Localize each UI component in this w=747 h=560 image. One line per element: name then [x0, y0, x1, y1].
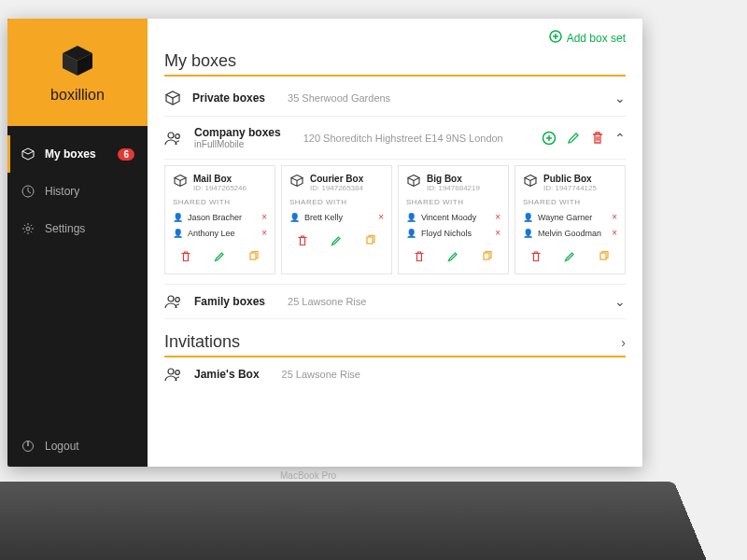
svg-point-21: [176, 298, 180, 302]
nav-label: Settings: [45, 222, 85, 235]
remove-icon[interactable]: ×: [378, 212, 384, 222]
row-sub: inFullMobile: [194, 139, 281, 149]
people-icon: [164, 294, 183, 309]
remove-icon[interactable]: ×: [612, 212, 617, 222]
chevron-down-icon[interactable]: ⌄: [614, 91, 626, 105]
private-boxes-row[interactable]: Private boxes 35 Sherwood Gardens ⌄: [164, 80, 626, 117]
cube-icon: [289, 174, 304, 192]
add-box-set-label: Add box set: [567, 32, 626, 45]
laptop-label: MacBook Pro: [280, 470, 336, 481]
person-icon: 👤: [173, 229, 183, 238]
svg-marker-14: [291, 175, 303, 181]
nav-label: My boxes: [45, 147, 96, 161]
svg-marker-12: [175, 175, 186, 181]
copy-icon[interactable]: [245, 247, 263, 266]
logout-label: Logout: [45, 440, 79, 453]
card-id: ID: 1947265246: [193, 184, 247, 192]
remove-icon[interactable]: ×: [261, 228, 267, 238]
row-address: 25 Lawsone Rise: [282, 369, 360, 380]
badge: 6: [118, 148, 134, 161]
nav-settings[interactable]: Settings: [7, 210, 148, 247]
trash-icon[interactable]: [410, 247, 429, 266]
add-icon[interactable]: [542, 131, 557, 146]
shared-label: SHARED WITH: [289, 198, 384, 206]
box-card: Big BoxID: 1947884219 SHARED WITH 👤Vince…: [398, 165, 509, 274]
cube-icon: [523, 174, 538, 192]
card-title: Courier Box: [310, 174, 363, 184]
edit-icon[interactable]: [210, 247, 229, 266]
cube-icon: [21, 147, 35, 161]
edit-icon[interactable]: [566, 131, 581, 146]
card-id: ID: 1947265384: [310, 184, 363, 192]
svg-marker-8: [166, 91, 179, 98]
edit-icon[interactable]: [327, 231, 345, 250]
trash-icon[interactable]: [176, 247, 195, 266]
remove-icon[interactable]: ×: [261, 212, 267, 222]
person-icon: 👤: [523, 229, 533, 238]
svg-rect-17: [484, 253, 489, 259]
remove-icon[interactable]: ×: [495, 228, 500, 238]
shared-user: 👤Brett Kelly×: [289, 212, 384, 222]
nav-label: History: [45, 185, 79, 198]
sidebar: boxillion My boxes 6 History Settings Lo…: [7, 19, 148, 467]
card-title: Public Box: [543, 174, 597, 184]
laptop-base: [0, 482, 710, 560]
card-id: ID: 1947884219: [427, 184, 480, 192]
chevron-down-icon[interactable]: ⌄: [614, 294, 626, 309]
section-invitations-title: Invitations ›: [164, 332, 626, 357]
shared-user: 👤Melvin Goodman×: [523, 228, 617, 238]
copy-icon[interactable]: [478, 247, 497, 266]
svg-point-9: [168, 133, 174, 138]
main-content: Add box set My boxes Private boxes 35 Sh…: [148, 19, 642, 467]
logout-button[interactable]: Logout: [7, 426, 148, 467]
copy-icon[interactable]: [361, 231, 380, 250]
svg-point-20: [168, 296, 174, 301]
remove-icon[interactable]: ×: [612, 228, 617, 238]
row-title: Jamie's Box: [194, 368, 260, 381]
brand-cube-icon: [59, 42, 96, 79]
remove-icon[interactable]: ×: [495, 212, 500, 222]
person-icon: 👤: [406, 213, 416, 222]
trash-icon[interactable]: [527, 247, 545, 266]
chevron-right-icon[interactable]: ›: [621, 335, 626, 350]
nav-my-boxes[interactable]: My boxes 6: [7, 135, 148, 173]
card-id: ID: 1947744125: [543, 184, 597, 192]
card-title: Big Box: [427, 174, 480, 184]
cards-row: Mail BoxID: 1947265246 SHARED WITH 👤Jaso…: [164, 160, 626, 285]
brand-name: boxillion: [50, 87, 105, 104]
svg-point-23: [176, 371, 180, 375]
chevron-up-icon[interactable]: ⌃: [614, 131, 626, 146]
copy-icon[interactable]: [595, 247, 613, 266]
shared-label: SHARED WITH: [173, 198, 267, 206]
shared-user: 👤Anthony Lee×: [173, 228, 267, 238]
invitation-row[interactable]: Jamie's Box 25 Lawsone Rise: [164, 357, 626, 391]
shared-label: SHARED WITH: [523, 198, 617, 206]
family-boxes-row[interactable]: Family boxes 25 Lawsone Rise ⌄: [164, 285, 626, 319]
row-address: 25 Lawsone Rise: [288, 296, 366, 307]
add-box-set-button[interactable]: Add box set: [549, 30, 626, 46]
row-address: 120 Shoreditch Highstreet E14 9NS London: [303, 133, 503, 144]
section-my-boxes-title: My boxes: [164, 51, 626, 77]
company-boxes-row[interactable]: Company boxes inFullMobile 120 Shoreditc…: [164, 117, 626, 160]
row-title: Company boxes: [194, 126, 281, 139]
svg-marker-16: [408, 175, 419, 181]
trash-icon[interactable]: [293, 231, 312, 250]
edit-icon[interactable]: [444, 247, 462, 266]
svg-marker-18: [525, 175, 536, 181]
nav: My boxes 6 History Settings: [7, 126, 148, 426]
row-title: Family boxes: [194, 295, 265, 308]
trash-icon[interactable]: [590, 131, 605, 146]
svg-rect-13: [250, 253, 256, 259]
edit-icon[interactable]: [560, 247, 579, 266]
box-card: Courier BoxID: 1947265384 SHARED WITH 👤B…: [281, 165, 392, 274]
cube-icon: [406, 174, 421, 192]
nav-history[interactable]: History: [7, 173, 148, 210]
clock-icon: [21, 184, 35, 199]
cube-icon: [164, 90, 181, 106]
box-card: Mail BoxID: 1947265246 SHARED WITH 👤Jaso…: [164, 165, 275, 274]
svg-point-10: [176, 133, 180, 138]
top-bar: Add box set: [164, 30, 626, 46]
svg-point-5: [26, 227, 30, 231]
cube-icon: [173, 174, 188, 192]
shared-user: 👤Floyd Nichols×: [406, 228, 500, 238]
